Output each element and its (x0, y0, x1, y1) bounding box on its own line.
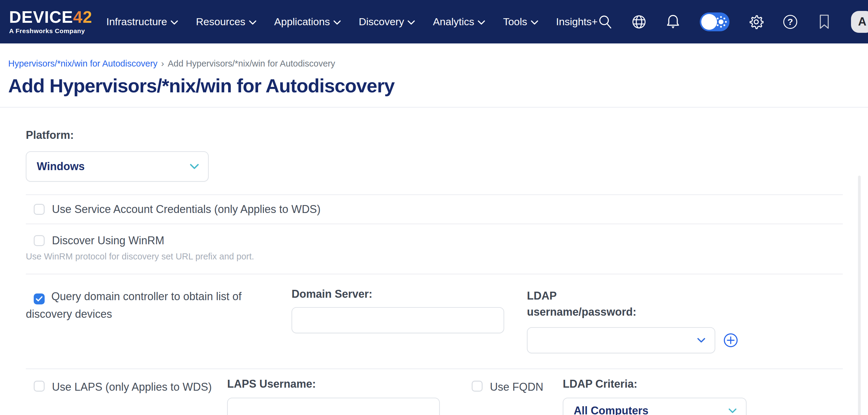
chevron-down-icon (190, 164, 199, 170)
chevron-down-icon (408, 20, 415, 25)
service-account-checkbox[interactable] (34, 204, 44, 215)
settings-gear-icon[interactable] (749, 14, 764, 29)
breadcrumb-separator: › (161, 59, 164, 69)
laps-username-col: LAPS Username: (227, 378, 440, 415)
fqdn-col: Use FQDN (472, 378, 563, 415)
chevron-down-icon (249, 20, 256, 25)
menu-item-resources[interactable]: Resources (196, 16, 256, 28)
ldap-credentials-label: LDAP username/password: (527, 288, 612, 320)
sun-icon (714, 15, 728, 29)
search-icon[interactable] (598, 14, 612, 29)
menu-label: Insights+ (556, 16, 598, 28)
logo-tagline: A Freshworks Company (9, 27, 92, 35)
globe-icon[interactable] (632, 14, 646, 29)
vertical-scrollbar[interactable] (858, 176, 861, 415)
winrm-row: Discover Using WinRM (26, 224, 860, 251)
domain-server-input[interactable] (291, 307, 504, 333)
bookmark-icon[interactable] (817, 14, 832, 29)
query-domain-checkbox[interactable] (34, 294, 44, 304)
ldap-credentials-col: LDAP username/password: (527, 288, 740, 353)
service-account-row: Use Service Account Credentials (only Ap… (26, 195, 860, 224)
query-domain-row: Query domain controller to obtain list o… (26, 274, 860, 368)
laps-col: Use LAPS (only Applies to WDS) (26, 378, 227, 415)
laps-row: Use LAPS (only Applies to WDS) LAPS User… (26, 369, 860, 415)
laps-label: Use LAPS (only Applies to WDS) (52, 381, 212, 393)
chevron-down-icon (697, 337, 706, 343)
platform-row: Platform: Windows (26, 108, 860, 182)
menu-item-analytics[interactable]: Analytics (433, 16, 485, 28)
winrm-checkbox[interactable] (34, 235, 44, 246)
domain-server-col: Domain Server: (291, 288, 504, 353)
nav-utility-icons: ? A (598, 11, 868, 33)
menu-label: Tools (503, 16, 527, 28)
laps-username-input[interactable] (227, 398, 440, 415)
query-domain-col: Query domain controller to obtain list o… (26, 288, 257, 353)
breadcrumb-link[interactable]: Hypervisors/*nix/win for Autodiscovery (8, 59, 158, 69)
winrm-help-text: Use WinRM protocol for discovery set URL… (26, 251, 860, 262)
platform-select[interactable]: Windows (26, 151, 209, 182)
main-menu: Infrastructure Resources Applications Di… (106, 16, 598, 28)
menu-label: Analytics (433, 16, 474, 28)
platform-label: Platform: (26, 129, 860, 142)
breadcrumb: Hypervisors/*nix/win for Autodiscovery ›… (8, 59, 860, 69)
logo-text: DEVICE42 (9, 9, 92, 26)
ldap-criteria-value: All Computers (574, 404, 728, 415)
logo-brand: DEVICE (9, 8, 73, 26)
add-credentials-button[interactable] (723, 333, 738, 348)
laps-checkbox[interactable] (34, 381, 44, 392)
service-account-label: Use Service Account Credentials (only Ap… (52, 203, 320, 216)
menu-label: Discovery (359, 16, 404, 28)
ldap-criteria-select[interactable]: All Computers (563, 398, 746, 415)
use-fqdn-checkbox[interactable] (472, 381, 483, 392)
theme-toggle[interactable] (700, 12, 730, 31)
menu-item-infrastructure[interactable]: Infrastructure (106, 16, 178, 28)
use-fqdn-label: Use FQDN (490, 381, 543, 393)
chevron-down-icon (478, 20, 485, 25)
menu-item-applications[interactable]: Applications (274, 16, 341, 28)
menu-label: Infrastructure (106, 16, 167, 28)
domain-server-label: Domain Server: (291, 288, 504, 300)
top-navigation-bar: DEVICE42 A Freshworks Company Infrastruc… (0, 0, 868, 43)
menu-item-insights[interactable]: Insights+ (556, 16, 598, 28)
menu-label: Applications (274, 16, 330, 28)
menu-item-discovery[interactable]: Discovery (359, 16, 415, 28)
main-content: Hypervisors/*nix/win for Autodiscovery ›… (0, 59, 868, 415)
chevron-down-icon (728, 408, 737, 413)
chevron-down-icon (334, 20, 341, 25)
ldap-criteria-col: LDAP Criteria: All Computers (563, 378, 746, 415)
winrm-label: Discover Using WinRM (52, 234, 164, 247)
help-icon[interactable]: ? (783, 14, 798, 29)
ldap-credentials-select[interactable] (527, 327, 715, 353)
breadcrumb-current: Add Hypervisors/*nix/win for Autodiscove… (168, 59, 335, 69)
autodiscovery-form: Platform: Windows Use Service Account Cr… (8, 108, 860, 415)
check-icon (35, 296, 43, 302)
user-avatar[interactable]: A (851, 11, 868, 33)
notifications-bell-icon[interactable] (666, 14, 680, 29)
device42-logo[interactable]: DEVICE42 A Freshworks Company (9, 9, 92, 35)
menu-item-tools[interactable]: Tools (503, 16, 538, 28)
chevron-down-icon (171, 20, 178, 25)
query-domain-label: Query domain controller to obtain list o… (26, 290, 242, 320)
logo-brand-accent: 42 (73, 8, 92, 26)
page-title: Add Hypervisors/*nix/win for Autodiscove… (8, 75, 860, 97)
help-glyph: ? (783, 15, 797, 29)
platform-value: Windows (37, 160, 190, 173)
ldap-criteria-label: LDAP Criteria: (563, 378, 746, 390)
menu-label: Resources (196, 16, 245, 28)
chevron-down-icon (531, 20, 538, 25)
laps-username-label: LAPS Username: (227, 378, 440, 390)
